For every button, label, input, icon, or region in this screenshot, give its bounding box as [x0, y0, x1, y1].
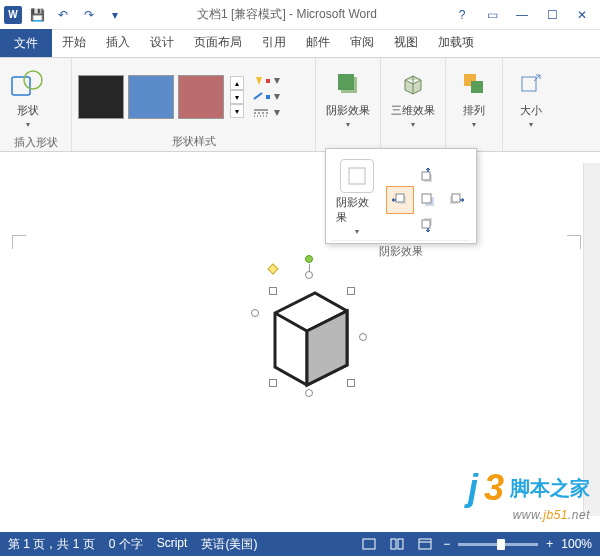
zoom-level[interactable]: 100%: [561, 537, 592, 551]
zoom-thumb[interactable]: [497, 539, 505, 550]
handle-br[interactable]: [347, 379, 355, 387]
tab-home[interactable]: 开始: [52, 28, 96, 57]
gallery-more[interactable]: ▾: [230, 104, 244, 118]
status-language[interactable]: 英语(美国): [201, 536, 257, 553]
nudge-shadow-left[interactable]: [386, 186, 414, 214]
qat-customize[interactable]: ▾: [104, 4, 126, 26]
group-3d: 三维效果 ▾: [381, 58, 446, 151]
view-print-layout[interactable]: [359, 536, 379, 552]
save-button[interactable]: 💾: [26, 4, 48, 26]
handle-tr[interactable]: [347, 287, 355, 295]
svg-rect-2: [266, 79, 270, 83]
svg-rect-28: [422, 220, 430, 228]
style-swatch-black[interactable]: [78, 75, 124, 119]
tab-references[interactable]: 引用: [252, 28, 296, 57]
nudge-shadow-right[interactable]: [442, 186, 470, 214]
chevron-down-icon: ▾: [411, 120, 415, 129]
window-controls: ? ▭ — ☐ ✕: [448, 4, 596, 26]
tab-view[interactable]: 视图: [384, 28, 428, 57]
svg-rect-31: [398, 539, 403, 549]
shapes-button[interactable]: 形状 ▾: [6, 62, 50, 133]
maximize-button[interactable]: ☐: [538, 4, 566, 26]
ribbon-tabs: 文件 开始 插入 设计 页面布局 引用 邮件 审阅 视图 加载项: [0, 30, 600, 58]
svg-rect-11: [338, 74, 354, 90]
status-bar: 第 1 页，共 1 页 0 个字 Script 英语(美国) − + 100%: [0, 532, 600, 556]
svg-rect-30: [391, 539, 396, 549]
zoom-in-button[interactable]: +: [546, 537, 553, 551]
shadow-icon: [330, 66, 366, 102]
cube-icon: [395, 66, 431, 102]
gallery-up[interactable]: ▴: [230, 76, 244, 90]
status-page[interactable]: 第 1 页，共 1 页: [8, 536, 95, 553]
handle-bl[interactable]: [269, 379, 277, 387]
undo-button[interactable]: ↶: [52, 4, 74, 26]
svg-point-1: [24, 71, 42, 89]
group-size: 大小 ▾: [503, 58, 559, 151]
ribbon-display-button[interactable]: ▭: [478, 4, 506, 26]
threeD-label: 三维效果: [391, 104, 435, 117]
handle-tl[interactable]: [269, 287, 277, 295]
shadow-effect-menu-button[interactable]: 阴影效果 ▾: [332, 155, 382, 240]
shadow-panel-label: 阴影效果: [336, 195, 378, 225]
shadow-effect-button[interactable]: 阴影效果 ▾: [322, 62, 374, 133]
page-corner-tr: [567, 235, 581, 249]
document-canvas[interactable]: [0, 163, 583, 532]
shadow-dropdown-panel: 阴影效果 ▾ 阴影效果: [325, 148, 477, 244]
tab-insert[interactable]: 插入: [96, 28, 140, 57]
style-swatch-red[interactable]: [178, 75, 224, 119]
chevron-down-icon: ▾: [529, 120, 533, 129]
selected-cube-shape[interactable]: [255, 273, 363, 393]
style-swatch-blue[interactable]: [128, 75, 174, 119]
tab-file[interactable]: 文件: [0, 29, 52, 57]
threeD-effect-button[interactable]: 三维效果 ▾: [387, 62, 439, 133]
group-label-shape-styles: 形状样式: [78, 132, 309, 151]
view-web-layout[interactable]: [415, 536, 435, 552]
group-insert-shapes: 形状 ▾ 插入形状: [0, 58, 72, 151]
handle-mr[interactable]: [359, 333, 367, 341]
zoom-slider[interactable]: [458, 543, 538, 546]
status-script[interactable]: Script: [157, 536, 188, 553]
shape-outline-button[interactable]: ▾: [252, 90, 284, 104]
status-words[interactable]: 0 个字: [109, 536, 143, 553]
svg-rect-22: [396, 194, 404, 202]
shape-dash-button[interactable]: ▾: [252, 106, 284, 120]
svg-rect-29: [363, 539, 375, 549]
shadow-panel-footer: 阴影效果: [332, 240, 470, 259]
view-read-mode[interactable]: [387, 536, 407, 552]
handle-tm[interactable]: [305, 271, 313, 279]
title-bar: W 💾 ↶ ↷ ▾ 文档1 [兼容模式] - Microsoft Word ? …: [0, 0, 600, 30]
chevron-down-icon: ▾: [472, 120, 476, 129]
help-button[interactable]: ?: [448, 4, 476, 26]
zoom-out-button[interactable]: −: [443, 537, 450, 551]
svg-text:▾: ▾: [274, 91, 280, 103]
svg-rect-13: [471, 81, 483, 93]
rotation-handle[interactable]: [305, 255, 313, 263]
tab-addins[interactable]: 加载项: [428, 28, 484, 57]
chevron-down-icon: ▾: [355, 227, 359, 236]
redo-button[interactable]: ↷: [78, 4, 100, 26]
tab-review[interactable]: 审阅: [340, 28, 384, 57]
gallery-down[interactable]: ▾: [230, 90, 244, 104]
tab-design[interactable]: 设计: [140, 28, 184, 57]
tab-layout[interactable]: 页面布局: [184, 28, 252, 57]
svg-text:▾: ▾: [274, 75, 280, 87]
gallery-scroll: ▴ ▾ ▾: [230, 76, 244, 118]
group-arrange: 排列 ▾: [446, 58, 503, 151]
size-icon: [513, 66, 549, 102]
word-icon: W: [4, 6, 22, 24]
minimize-button[interactable]: —: [508, 4, 536, 26]
window-title: 文档1 [兼容模式] - Microsoft Word: [126, 6, 448, 23]
svg-rect-4: [266, 95, 270, 99]
size-button[interactable]: 大小 ▾: [509, 62, 553, 133]
handle-bm[interactable]: [305, 389, 313, 397]
arrange-button[interactable]: 排列 ▾: [452, 62, 496, 133]
shape-fill-outline: ▾ ▾ ▾: [252, 74, 284, 120]
vertical-scrollbar[interactable]: [583, 163, 600, 516]
shapes-label: 形状: [17, 104, 39, 117]
group-label-insert-shapes: 插入形状: [6, 133, 65, 152]
tab-mailings[interactable]: 邮件: [296, 28, 340, 57]
close-button[interactable]: ✕: [568, 4, 596, 26]
shape-fill-button[interactable]: ▾: [252, 74, 284, 88]
nudge-shadow-down[interactable]: [414, 210, 442, 238]
handle-ml[interactable]: [251, 309, 259, 317]
